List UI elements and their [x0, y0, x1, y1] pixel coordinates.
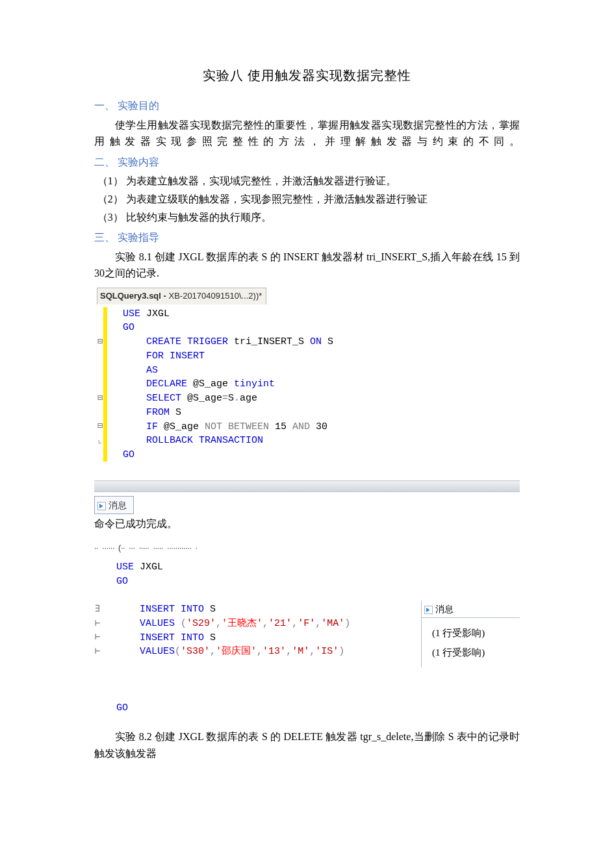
code-line: DECLARE @S_age tinyint — [111, 377, 520, 391]
code-line: AS — [111, 364, 520, 378]
messages-tab-label: 消息 — [109, 500, 127, 510]
code-line: VALUES ('S29','王晓杰','21','F','MA') — [105, 617, 403, 631]
code-line: USE JXGL — [111, 307, 520, 321]
section3-heading: 三、 实验指导 — [94, 229, 520, 246]
messages-tab-label-2: 消息 — [435, 604, 454, 614]
section1-para: 使学生用触发器实现数据完整性的重要性，掌握用触发器实现数据完整性的方法，掌握用触… — [94, 117, 520, 150]
tab-filename: SQLQuery3.sql - — [100, 291, 168, 301]
messages-output-1: 命令已成功完成。 — [94, 515, 520, 532]
code-line — [105, 688, 403, 702]
code-area-2[interactable]: ∃⊢⊢⊢ USE JXGL GO INSERT INTO S VALUES ('… — [94, 558, 403, 718]
editor-tab-1[interactable]: SQLQuery3.sql - XB-201704091510\...2))* — [97, 288, 266, 304]
messages-tab-1[interactable]: 消息 — [94, 496, 134, 514]
section2-heading: 二、 实验内容 — [94, 154, 520, 171]
code-line: GO — [105, 701, 403, 715]
code-line: SELECT @S_age=S.age — [111, 391, 520, 406]
code-line: INSERT INTO S — [105, 602, 403, 617]
code-line: ROLLBACK TRANSACTION — [111, 434, 520, 448]
code-line: USE JXGL — [105, 560, 403, 575]
code-line — [105, 659, 403, 673]
code-line: VALUES('S30','邵庆国','13','M','IS') — [105, 645, 403, 659]
code-line: FROM S — [111, 406, 520, 420]
experiment-8-1-desc: 实验 8.1 创建 JXGL 数据库的表 S 的 INSERT 触发器材 tri… — [94, 249, 520, 282]
message-icon — [424, 606, 433, 614]
code-line: CREATE TRIGGER tri_INSERT_S ON S — [111, 335, 520, 349]
sql-editor-2: ∃⊢⊢⊢ USE JXGL GO INSERT INTO S VALUES ('… — [94, 558, 403, 718]
code-line — [105, 588, 403, 602]
code-line: FOR INSERT — [111, 349, 520, 364]
experiment-8-2-desc: 实验 8.2 创建 JXGL 数据库的表 S 的 DELETE 触发器 tgr_… — [94, 728, 520, 762]
truncated-header: ·· ······ (·· ··· ····· ····· ··········… — [94, 541, 520, 555]
page-title: 实验八 使用触发器实现数据完整性 — [94, 65, 520, 86]
section2-item-3: （3） 比较约束与触发器的执行顺序。 — [97, 209, 520, 226]
section2-item-1: （1） 为表建立触发器，实现域完整性，并激活触发器进行验证。 — [97, 173, 520, 190]
code-line: GO — [111, 448, 520, 462]
messages-row-2: (1 行受影响) — [432, 643, 516, 662]
code-line: GO — [111, 321, 520, 335]
messages-row-1: (1 行受影响) — [432, 623, 516, 643]
panel-divider — [94, 480, 520, 492]
code-area-1[interactable]: ⊟ ⊟ ⊟⌞ USE JXGL GO CREATE TRIGGER tri_IN… — [97, 304, 520, 465]
tab-suffix: XB-201704091510\...2))* — [168, 291, 262, 301]
sql-editor-1: SQLQuery3.sql - XB-201704091510\...2))* … — [97, 287, 520, 465]
outline-gutter-1[interactable]: ⊟ ⊟ ⊟⌞ — [97, 307, 103, 462]
section2-item-2: （2） 为表建立级联的触发器，实现参照完整性，并激活触发器进行验证 — [97, 191, 520, 208]
code-line: IF @S_age NOT BETWEEN 15 AND 30 — [111, 420, 520, 434]
section1-heading: 一、 实验目的 — [94, 97, 520, 114]
code-line: GO — [105, 575, 403, 589]
code-line: INSERT INTO S — [105, 631, 403, 645]
message-icon — [97, 502, 106, 510]
change-marker — [103, 307, 107, 462]
messages-panel-2: 消息 (1 行受影响) (1 行受影响) — [421, 601, 520, 667]
code-line — [105, 673, 403, 688]
outline-gutter-2[interactable]: ∃⊢⊢⊢ — [94, 560, 101, 729]
messages-tab-2[interactable]: 消息 — [422, 601, 520, 618]
